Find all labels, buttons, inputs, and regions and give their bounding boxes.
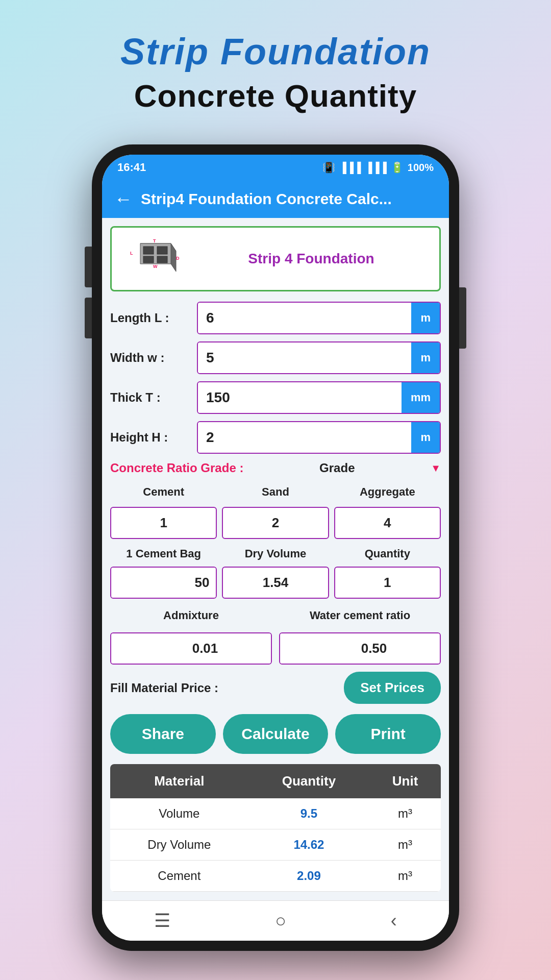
status-time: 16:41 (117, 161, 146, 174)
thick-label: Thick T : (110, 390, 192, 405)
height-unit: m (411, 422, 440, 453)
width-label: Width w : (110, 351, 192, 365)
admixture-headers: Admixture Water cement ratio (110, 606, 441, 625)
width-input-wrapper: m (197, 341, 441, 374)
unit-cell: m³ (369, 861, 441, 892)
svg-text:W: W (153, 264, 158, 269)
ratio-title: Concrete Ratio Grade : (110, 461, 243, 475)
svg-rect-3 (143, 247, 154, 254)
svg-rect-5 (143, 256, 154, 263)
action-buttons: Share Calculate Print (110, 714, 441, 754)
side-button-power (459, 287, 466, 349)
thick-unit: mm (402, 382, 440, 413)
height-input-wrapper: m (197, 421, 441, 454)
admixture-inputs: % % (110, 632, 441, 665)
phone-device: 16:41 📳 ▐▐▐ ▐▐▐ 🔋 100% ← Strip4 Foundati… (92, 144, 459, 951)
cement-row-headers: 1 Cement Bag Dry Volume Quantity (110, 544, 441, 564)
admixture-header: Admixture (110, 606, 272, 625)
bag-col-header: 1 Cement Bag (110, 544, 217, 564)
unit-col-header: Unit (369, 764, 441, 798)
back-button[interactable]: ← (114, 188, 133, 210)
unit-cell: m³ (369, 829, 441, 861)
foundation-label: Strip 4 Foundation (191, 251, 431, 267)
length-unit: m (411, 303, 440, 333)
material-cell: Dry Volume (110, 829, 248, 861)
home-nav-icon[interactable]: ○ (275, 910, 286, 932)
svg-text:T: T (153, 238, 156, 243)
water-header: Water cement ratio (279, 606, 441, 625)
adm-field-wrapper: % (110, 632, 272, 665)
ratio-col-inputs (110, 507, 441, 539)
quantity-cell: 14.62 (248, 829, 370, 861)
thick-input-wrapper: mm (197, 381, 441, 414)
dry-volume-input[interactable] (222, 567, 329, 599)
dry-volume-col-header: Dry Volume (222, 544, 329, 564)
width-input[interactable] (198, 342, 411, 373)
length-input[interactable] (198, 303, 411, 333)
app-header: ← Strip4 Foundation Concrete Calc... (102, 180, 449, 218)
svg-text:L: L (130, 251, 133, 256)
water-ratio-input[interactable] (280, 633, 441, 664)
app-title: Strip4 Foundation Concrete Calc... (141, 190, 437, 208)
page-title-strip: Strip Foundation (120, 31, 431, 72)
thick-input[interactable] (198, 382, 402, 413)
menu-nav-icon[interactable]: ☰ (154, 910, 170, 932)
vibrate-icon: 📳 (322, 161, 335, 174)
bottom-nav: ☰ ○ ‹ (102, 900, 449, 941)
cement-row-inputs: kg (110, 567, 441, 599)
width-unit: m (411, 342, 440, 373)
results-table: Material Quantity Unit Volume 9.5 m³ Dry… (110, 764, 441, 892)
cement-col-header: Cement (110, 482, 217, 502)
grade-dropdown-icon[interactable]: ▼ (431, 462, 441, 474)
svg-rect-4 (157, 247, 167, 254)
thick-row: Thick T : mm (110, 381, 441, 414)
foundation-icon: T L W D (120, 236, 181, 282)
bag-value-input[interactable] (111, 568, 217, 598)
bag-field-wrapper: kg (110, 567, 217, 599)
page-title-concrete: Concrete Quantity (134, 78, 417, 114)
admixture-input[interactable] (111, 633, 272, 664)
quantity-cell: 2.09 (248, 861, 370, 892)
length-row: Length L : m (110, 302, 441, 334)
height-input[interactable] (198, 422, 411, 453)
svg-marker-1 (171, 243, 176, 272)
ratio-header: Concrete Ratio Grade : Grade ▼ (110, 461, 441, 475)
print-button[interactable]: Print (335, 714, 441, 754)
ratio-col-headers: Cement Sand Aggregate (110, 482, 441, 502)
table-header-row: Material Quantity Unit (110, 764, 441, 798)
signal-icon2: ▐▐▐ (365, 162, 387, 174)
material-col-header: Material (110, 764, 248, 798)
phone-screen: 16:41 📳 ▐▐▐ ▐▐▐ 🔋 100% ← Strip4 Foundati… (102, 155, 449, 941)
water-field-wrapper: % (279, 632, 441, 665)
share-button[interactable]: Share (110, 714, 216, 754)
table-row: Dry Volume 14.62 m³ (110, 829, 441, 861)
set-prices-button[interactable]: Set Prices (344, 672, 441, 704)
back-nav-icon[interactable]: ‹ (391, 910, 397, 932)
quantity-col-header: Quantity (248, 764, 370, 798)
price-label: Fill Material Price : (110, 681, 218, 695)
unit-cell: m³ (369, 798, 441, 829)
material-cell: Cement (110, 861, 248, 892)
side-button-vol-up (85, 247, 92, 287)
height-row: Height H : m (110, 421, 441, 454)
battery-percent: 100% (408, 162, 434, 174)
svg-text:D: D (176, 256, 180, 261)
status-bar: 16:41 📳 ▐▐▐ ▐▐▐ 🔋 100% (102, 155, 449, 180)
sand-ratio-input[interactable] (222, 507, 329, 539)
calculate-button[interactable]: Calculate (223, 714, 329, 754)
aggregate-ratio-input[interactable] (334, 507, 441, 539)
foundation-card: T L W D Strip 4 Foundation (110, 226, 441, 291)
width-row: Width w : m (110, 341, 441, 374)
status-right: 📳 ▐▐▐ ▐▐▐ 🔋 100% (322, 161, 434, 174)
table-row: Volume 9.5 m³ (110, 798, 441, 829)
svg-rect-6 (157, 256, 167, 263)
material-cell: Volume (110, 798, 248, 829)
quantity-input[interactable] (334, 567, 441, 599)
aggregate-col-header: Aggregate (334, 482, 441, 502)
cement-ratio-input[interactable] (110, 507, 217, 539)
table-row: Cement 2.09 m³ (110, 861, 441, 892)
length-label: Length L : (110, 311, 192, 325)
grade-label: Grade (319, 461, 355, 475)
sand-col-header: Sand (222, 482, 329, 502)
battery-icon: 🔋 (391, 161, 404, 174)
